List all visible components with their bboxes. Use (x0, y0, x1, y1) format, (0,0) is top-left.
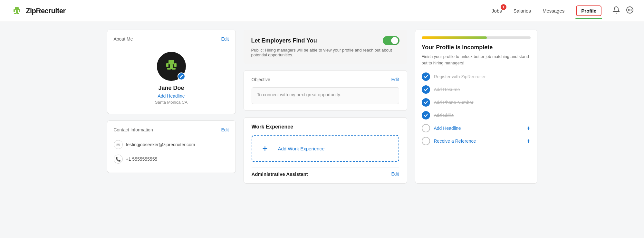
nav-profile[interactable]: Profile (575, 4, 602, 17)
svg-rect-4 (17, 13, 19, 14)
checklist-item[interactable]: Receive a Reference+ (422, 137, 531, 145)
logo[interactable]: ZipRecruiter (10, 5, 66, 17)
contact-phone: +1 5555555555 (126, 157, 158, 162)
logo-icon (10, 5, 23, 17)
svg-rect-3 (14, 13, 16, 14)
logo-text: ZipRecruiter (26, 7, 66, 15)
job-entry: Administrative Assistant Edit (252, 167, 399, 177)
user-name: Jane Doe (158, 85, 184, 91)
nav-salaries[interactable]: Salaries (513, 7, 532, 15)
svg-rect-1 (15, 7, 19, 10)
svg-rect-6 (19, 9, 20, 12)
employers-toggle[interactable] (383, 36, 399, 45)
objective-header: Objective Edit (252, 77, 399, 82)
work-experience-card: Work Experience + Add Work Experience Ad… (244, 117, 407, 184)
objective-edit[interactable]: Edit (391, 77, 399, 82)
phone-icon: 📞 (114, 155, 123, 164)
more-options-button[interactable] (626, 6, 634, 16)
check-completed-icon (422, 85, 430, 94)
contact-info-card: Contact Information Edit ✉ testingjobsee… (107, 120, 236, 173)
add-work-button[interactable]: + Add Work Experience (252, 135, 399, 162)
user-location: Santa Monica CA (155, 100, 187, 105)
checklist-label: Add Phone Number (434, 100, 531, 105)
profile-incomplete-desc: Finish your profile to unlock better job… (422, 53, 531, 66)
objective-title: Objective (252, 77, 270, 82)
nav-jobs[interactable]: Jobs 1 (491, 7, 503, 15)
about-me-body: Jane Doe Add Headline Santa Monica CA (114, 47, 229, 107)
svg-rect-5 (14, 9, 15, 12)
avatar-wrapper (157, 52, 186, 81)
check-pending-icon (422, 124, 430, 132)
nav-icons (612, 6, 634, 16)
middle-column: Let Employers Find You Public: Hiring ma… (244, 30, 407, 184)
checklist-label: Receive a Reference (434, 138, 523, 144)
notifications-button[interactable] (612, 6, 620, 16)
check-completed-icon (422, 72, 430, 81)
svg-rect-14 (167, 68, 171, 70)
contact-email-row: ✉ testingjobseeker@ziprecruiter.com (114, 138, 229, 152)
objective-text: To connect with my next great opportunit… (252, 87, 399, 104)
profile-completion-card: Your Profile is Incomplete Finish your p… (415, 30, 537, 184)
work-experience-title: Work Experience (252, 124, 399, 130)
checklist-label: Add Resume (434, 87, 531, 92)
contact-info-header: Contact Information Edit (114, 127, 229, 132)
nav-messages[interactable]: Messages (542, 7, 565, 15)
about-me-header: About Me Edit (114, 36, 229, 42)
checklist-label: Add Skills (434, 113, 531, 118)
checklist-add-icon[interactable]: + (527, 125, 531, 132)
email-icon: ✉ (114, 140, 123, 149)
checklist-label: Add Headline (434, 126, 523, 131)
about-me-card: About Me Edit (107, 30, 236, 114)
about-me-edit[interactable]: Edit (221, 36, 229, 42)
employers-title: Let Employers Find You (251, 37, 317, 44)
nav: Jobs 1 Salaries Messages Profile (491, 4, 634, 17)
checklist-item: Register with ZipRecruiter (422, 72, 531, 81)
checklist-item: Add Phone Number (422, 98, 531, 107)
main-content: About Me Edit (97, 22, 548, 191)
check-completed-icon (422, 111, 430, 119)
job-edit[interactable]: Edit (391, 171, 399, 176)
checklist-item[interactable]: Add Headline+ (422, 124, 531, 132)
checklist-item: Add Skills (422, 111, 531, 119)
jobs-badge: 1 (501, 4, 506, 10)
checklist-item: Add Resume (422, 85, 531, 94)
header: ZipRecruiter Jobs 1 Salaries Messages Pr… (0, 0, 644, 22)
checklist-add-icon[interactable]: + (527, 138, 531, 145)
progress-bar-fill (422, 36, 487, 39)
check-completed-icon (422, 98, 430, 107)
checklist: Register with ZipRecruiterAdd ResumeAdd … (422, 72, 531, 145)
svg-point-8 (628, 10, 629, 10)
progress-bar-bg (422, 36, 531, 39)
employers-description: Public: Hiring managers will be able to … (251, 48, 399, 57)
svg-point-9 (630, 10, 630, 10)
svg-rect-17 (174, 63, 177, 67)
add-work-plus-icon: + (257, 141, 273, 156)
contact-phone-row: 📞 +1 5555555555 (114, 152, 229, 166)
contact-edit[interactable]: Edit (221, 127, 229, 132)
profile-incomplete-title: Your Profile is Incomplete (422, 44, 531, 51)
left-column: About Me Edit (107, 30, 236, 184)
contact-title: Contact Information (114, 127, 153, 132)
svg-rect-15 (172, 68, 176, 70)
contact-email: testingjobseeker@ziprecruiter.com (126, 142, 195, 147)
check-pending-icon (422, 137, 430, 145)
svg-rect-12 (168, 60, 174, 64)
objective-card: Objective Edit To connect with my next g… (244, 70, 407, 111)
about-me-title: About Me (114, 36, 133, 42)
add-headline-link[interactable]: Add Headline (158, 93, 185, 99)
svg-rect-16 (166, 63, 168, 67)
avatar-icon (162, 57, 181, 76)
job-title: Administrative Assistant (252, 171, 308, 177)
employers-card: Let Employers Find You Public: Hiring ma… (244, 30, 407, 64)
add-work-link[interactable]: Add Work Experience (278, 146, 325, 151)
avatar-edit-button[interactable] (178, 72, 185, 80)
checklist-label: Register with ZipRecruiter (434, 74, 531, 79)
employers-row: Let Employers Find You (251, 36, 399, 45)
svg-point-10 (631, 10, 631, 10)
